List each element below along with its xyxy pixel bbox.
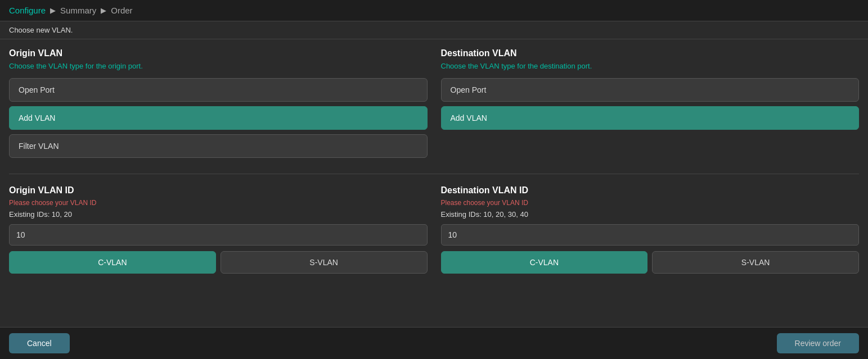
destination-vlan-panel: Destination VLAN Choose the VLAN type fo… (441, 48, 860, 162)
cancel-button[interactable]: Cancel (9, 333, 70, 353)
origin-filter-vlan-btn[interactable]: Filter VLAN (9, 134, 428, 158)
origin-vlan-id-title: Origin VLAN ID (9, 185, 428, 196)
review-order-button[interactable]: Review order (777, 333, 859, 353)
destination-svlan-btn[interactable]: S-VLAN (652, 251, 859, 274)
destination-vlan-desc: Choose the VLAN type for the destination… (441, 62, 860, 70)
origin-svlan-btn[interactable]: S-VLAN (221, 251, 428, 274)
breadcrumb-order[interactable]: Order (111, 6, 132, 15)
origin-vlan-id-input[interactable] (9, 224, 428, 246)
destination-vlan-id-title: Destination VLAN ID (441, 185, 860, 196)
vlan-id-section: Origin VLAN ID Please choose your VLAN I… (9, 185, 859, 274)
destination-cvlan-btn[interactable]: C-VLAN (441, 251, 648, 274)
mid-divider (9, 174, 859, 174)
breadcrumb-sep-2: ▶ (101, 6, 106, 15)
origin-open-port-btn[interactable]: Open Port (9, 78, 428, 102)
destination-vlan-title: Destination VLAN (441, 48, 860, 58)
origin-vlan-id-panel: Origin VLAN ID Please choose your VLAN I… (9, 185, 428, 274)
breadcrumb-configure[interactable]: Configure (9, 6, 46, 15)
breadcrumb-sep-1: ▶ (50, 6, 56, 15)
origin-vlan-desc: Choose the VLAN type for the origin port… (9, 62, 428, 70)
footer: Cancel Review order (0, 327, 868, 359)
destination-existing-ids: Existing IDs: 10, 20, 30, 40 (441, 210, 860, 219)
origin-vlan-title: Origin VLAN (9, 48, 428, 58)
vlan-type-section: Origin VLAN Choose the VLAN type for the… (9, 48, 859, 162)
page-subtitle: Choose new VLAN. (0, 21, 868, 39)
destination-vlan-id-panel: Destination VLAN ID Please choose your V… (441, 185, 860, 274)
origin-vlan-type-row: C-VLAN S-VLAN (9, 251, 428, 274)
destination-please-choose: Please choose your VLAN ID (441, 199, 860, 207)
destination-open-port-btn[interactable]: Open Port (441, 78, 860, 102)
origin-cvlan-btn[interactable]: C-VLAN (9, 251, 216, 274)
origin-vlan-panel: Origin VLAN Choose the VLAN type for the… (9, 48, 428, 162)
origin-please-choose: Please choose your VLAN ID (9, 199, 428, 207)
destination-vlan-type-row: C-VLAN S-VLAN (441, 251, 860, 274)
destination-port-link[interactable]: destination port (540, 62, 590, 70)
top-bar: Configure ▶ Summary ▶ Order (0, 0, 868, 21)
breadcrumb-summary[interactable]: Summary (60, 6, 96, 15)
destination-vlan-id-input[interactable] (441, 224, 860, 246)
destination-add-vlan-btn[interactable]: Add VLAN (441, 106, 860, 130)
origin-port-link[interactable]: origin port (108, 62, 141, 70)
origin-existing-ids: Existing IDs: 10, 20 (9, 210, 428, 219)
main-content: Origin VLAN Choose the VLAN type for the… (0, 39, 868, 283)
origin-add-vlan-btn[interactable]: Add VLAN (9, 106, 428, 130)
